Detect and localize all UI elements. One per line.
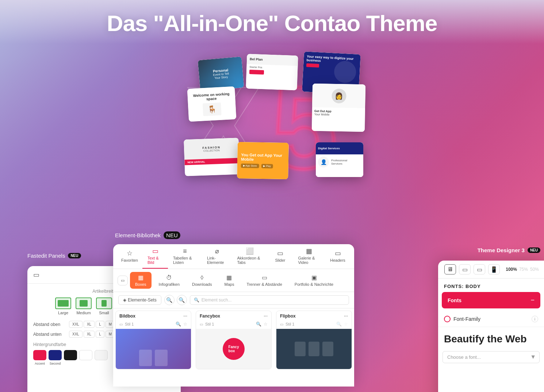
- zoom-controls: 🔍 🔍: [164, 295, 187, 305]
- swatch-accent[interactable]: Accent: [33, 350, 46, 360]
- card-bildbox: Bildbox ··· ▭ Stil 1 🔍 ☆: [115, 311, 191, 369]
- card-bildbox-img: [116, 329, 191, 369]
- elemente-sets-btn[interactable]: ◈ Elemente-Sets: [118, 295, 161, 305]
- text-bild-icon: ▭: [152, 248, 158, 254]
- spacing-above-label: Abstand oben: [33, 322, 66, 327]
- fancybox-star-icon[interactable]: ☆: [264, 322, 268, 327]
- theme-designer-label: Theme Designer 3 NEU: [474, 247, 544, 253]
- bildbox-star-icon[interactable]: ☆: [183, 322, 187, 327]
- screenshot-card-2: Bel Plan Starter Pos: [246, 54, 298, 91]
- tabellen-icon: ≡: [183, 248, 187, 254]
- downloads-icon: ◊: [200, 274, 203, 281]
- card-fancybox-sub: ▭ Stil 1 🔍 ☆: [196, 321, 271, 329]
- fancybox-more-icon[interactable]: ···: [264, 313, 268, 319]
- pill-below-xxl[interactable]: XXL: [69, 331, 83, 338]
- nav-slider[interactable]: ▭ Slider: [267, 244, 293, 269]
- theme-section-title: FONTS: BODY: [438, 278, 544, 292]
- nav-akkordeon[interactable]: ⬜ Akkordeon & Tabs: [232, 244, 267, 269]
- nav-tabellen[interactable]: ≡ Tabellen & Listen: [168, 244, 202, 269]
- font-circle-icon: [444, 316, 451, 322]
- card-flipbox: Flipbox ··· ▭ Stil 1 🔍 ☆: [276, 311, 352, 369]
- bildbox-preview-icon: ▭: [119, 322, 123, 326]
- nav-headers[interactable]: ▭ Headers: [325, 244, 350, 269]
- device-tablet-portrait-btn[interactable]: ▭: [474, 264, 485, 274]
- fonts-accordion-header[interactable]: Fonts −: [442, 292, 540, 308]
- accordion-minus-icon: −: [530, 296, 535, 304]
- library-subnav: ▭ ▦ Boxes ⏱ Infografiken ◊ Downloads ▦ M…: [113, 269, 354, 292]
- bildbox-zoom-icon[interactable]: 🔍: [176, 322, 181, 327]
- link-icon: ⌀: [215, 248, 219, 254]
- library-nav: ☆ Favoriten ▭ Text & Bild ≡ Tabellen & L…: [113, 244, 354, 269]
- subnav-prev[interactable]: ▭: [118, 276, 128, 285]
- nav-galerie[interactable]: ▦ Galerie & Video: [293, 244, 325, 269]
- akkordeon-icon: ⬜: [246, 248, 254, 254]
- nav-text-bild-label: Text & Bild: [148, 256, 163, 265]
- screenshot-card-5: 👩 Get Out App Your Mobile: [312, 84, 365, 132]
- zoom-out-icon: 🔍: [166, 297, 172, 303]
- card-flipbox-sub: ▭ Stil 1 🔍 ☆: [276, 321, 352, 329]
- zoom-in-btn[interactable]: 🔍: [177, 295, 187, 305]
- subnav-infografiken[interactable]: ⏱ Infografiken: [154, 272, 185, 289]
- width-small-icon: [96, 297, 112, 309]
- fancybox-zoom-icon[interactable]: 🔍: [256, 322, 261, 327]
- nav-text-bild[interactable]: ▭ Text & Bild: [142, 244, 168, 269]
- screenshot-card-7: You Get out App Your Mobile ▶ App Store …: [237, 142, 289, 179]
- width-small[interactable]: Small: [96, 297, 112, 315]
- device-tablet-landscape-btn[interactable]: ▭: [459, 264, 471, 274]
- maps-icon: ▦: [226, 274, 232, 281]
- width-large-icon: [55, 297, 71, 309]
- flipbox-zoom-icon[interactable]: 🔍: [336, 322, 342, 327]
- trenner-icon: ▭: [262, 274, 267, 281]
- pill-l[interactable]: L: [96, 321, 104, 328]
- device-desktop-btn[interactable]: 🖥: [444, 264, 456, 274]
- galerie-icon: ▦: [306, 248, 312, 254]
- screenshot-card-6: FASHION COLLECTION NEW ARRIVAL: [184, 138, 240, 176]
- fastedit-neu-badge: NEU: [68, 253, 81, 258]
- swatch-black[interactable]: [64, 350, 77, 360]
- subnav-portfolio[interactable]: ▣ Portfolio & Nachrichte: [290, 272, 338, 289]
- search-icon: 🔍: [194, 297, 199, 303]
- boxes-icon: ▦: [138, 274, 143, 281]
- subnav-downloads[interactable]: ◊ Downloads: [187, 272, 217, 289]
- element-lib-neu-badge: NEU: [164, 231, 180, 239]
- font-select-dropdown[interactable]: Choose a font...: [443, 351, 540, 363]
- pill-below-l[interactable]: L: [96, 331, 104, 338]
- library-toolbar: ◈ Elemente-Sets 🔍 🔍 🔍 Element such...: [113, 292, 354, 308]
- font-family-row: Font-Family i: [438, 311, 544, 327]
- main-heading-container: Das "All-in-One" Contao Theme: [0, 10, 544, 36]
- flipbox-star-icon[interactable]: ☆: [344, 322, 348, 327]
- flipbox-more-icon[interactable]: ···: [344, 313, 348, 319]
- subnav-maps[interactable]: ▦ Maps: [219, 272, 239, 289]
- swatch-second[interactable]: Second: [49, 350, 62, 360]
- card-flipbox-header: Flipbox ···: [276, 311, 352, 321]
- nav-favoriten[interactable]: ☆ Favoriten: [117, 244, 142, 269]
- width-medium-icon: [76, 297, 92, 309]
- pill-xxl[interactable]: XXL: [69, 321, 83, 328]
- infografiken-icon: ⏱: [166, 274, 172, 281]
- swatch-light[interactable]: [95, 350, 108, 360]
- screenshot-card-4: Welcome on working space 🪑: [187, 87, 237, 122]
- width-large[interactable]: Large: [55, 297, 71, 315]
- zoom-in-icon: 🔍: [179, 297, 185, 303]
- swatch-white[interactable]: [79, 350, 92, 360]
- pill-below-xl[interactable]: XL: [84, 331, 95, 338]
- slider-icon: ▭: [277, 250, 283, 257]
- zoom-out-btn[interactable]: 🔍: [164, 295, 175, 305]
- theme-designer-panel: 🖥 ▭ ▭ 📱 100% 75% 50% FONTS: BODY Fonts −…: [438, 261, 544, 392]
- subnav-trenner[interactable]: ▭ Trenner & Abstände: [241, 272, 287, 289]
- device-mobile-btn[interactable]: 📱: [488, 264, 500, 274]
- bildbox-more-icon[interactable]: ···: [183, 313, 187, 319]
- fancybox-preview-icon: ▭: [200, 322, 203, 326]
- fonts-accordion: Fonts −: [442, 292, 540, 308]
- size-100[interactable]: 100%: [506, 267, 517, 272]
- theme-size-btns: 100% 75% 50%: [506, 267, 539, 272]
- font-select-container: Choose a font... ▼: [443, 351, 540, 363]
- font-family-info-icon[interactable]: i: [532, 316, 538, 322]
- star-icon: ☆: [127, 250, 133, 257]
- card-flipbox-img: [276, 329, 352, 369]
- width-medium[interactable]: Medium: [76, 297, 92, 315]
- pill-xl[interactable]: XL: [84, 321, 95, 328]
- subnav-boxes[interactable]: ▦ Boxes: [130, 272, 152, 289]
- element-search[interactable]: 🔍 Element such...: [190, 295, 349, 305]
- nav-link[interactable]: ⌀ Link-Elemente: [202, 244, 232, 269]
